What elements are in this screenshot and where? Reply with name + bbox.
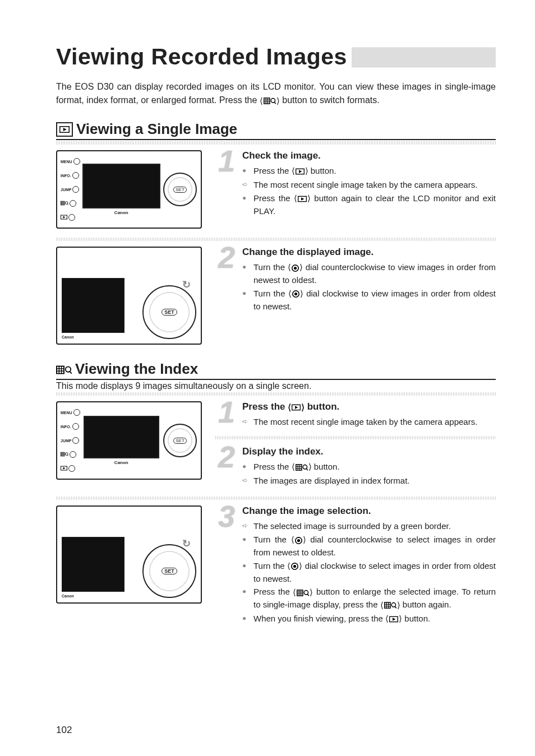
section-heading-text: Viewing the Index <box>75 360 198 378</box>
bullet-dot-icon: ● <box>242 287 250 313</box>
bullet-dot-icon: ● <box>242 613 250 625</box>
brand-label: Canon <box>114 210 128 215</box>
play-icon: ⟨⟩ <box>385 613 402 625</box>
dotted-rule <box>215 436 496 439</box>
section-heading-index: Viewing the Index <box>56 360 496 380</box>
intro-paragraph: The EOS D30 can display recorded images … <box>56 80 496 107</box>
bullet-dot-icon: ● <box>242 461 250 474</box>
index-magnify-icon: ⟨⟩ <box>260 95 280 108</box>
camera-illustration-index: MENU INFO. JUMP Canon <box>56 401 202 480</box>
title-fill-pattern <box>352 47 496 67</box>
bullet-arrow-icon: ➪ <box>242 520 250 532</box>
step-number-3: 3 <box>215 504 238 627</box>
quick-control-dial <box>163 424 197 457</box>
camera-illustration-dial: Canon SET ↻ <box>56 247 202 345</box>
lcd-index-grid <box>84 416 160 459</box>
quick-control-dial-large: SET ↻ <box>142 544 196 598</box>
intro-text-b: button to switch formats. <box>282 95 379 105</box>
bullet-arrow-icon: ➪ <box>242 475 250 487</box>
step-title: Press the ⟨⟩ button. <box>242 401 496 412</box>
step-title: Change the displayed image. <box>242 247 496 258</box>
rotate-arrow-icon: ↻ <box>182 537 191 550</box>
dial-icon: ⟨⟩ <box>288 262 303 274</box>
step-number-2: 2 <box>215 245 238 313</box>
page-number: 102 <box>56 725 72 736</box>
play-box-icon <box>56 122 73 137</box>
page-title-bar: Viewing Recorded Images <box>56 44 496 70</box>
bullet-arrow-icon: ➪ <box>242 179 250 191</box>
quick-control-dial-large: SET ↻ <box>142 285 196 339</box>
step-number-1: 1 <box>215 149 238 218</box>
dial-icon: ⟨⟩ <box>287 560 302 573</box>
index-magnify-icon: ⟨⟩ <box>380 600 400 612</box>
lcd-blank <box>62 537 124 592</box>
lcd-screen <box>82 164 161 209</box>
camera-illustration-dial: Canon SET ↻ <box>56 505 202 604</box>
play-icon: ⟨⟩ <box>292 165 308 178</box>
bullet-dot-icon: ● <box>242 586 250 611</box>
camera-illustration-single: MENU INFO. JUMP Canon <box>56 150 202 229</box>
lcd-blank <box>62 278 124 333</box>
dial-icon: ⟨⟩ <box>291 534 306 546</box>
step-title: Display the index. <box>242 446 496 457</box>
bullet-dot-icon: ● <box>242 261 250 286</box>
dotted-rule <box>56 238 496 241</box>
dotted-rule <box>56 392 496 396</box>
section-heading-single-image: Viewing a Single Image <box>56 120 496 140</box>
index-magnify-icon <box>56 360 72 378</box>
dotted-rule <box>56 141 496 145</box>
bullet-arrow-icon: ➪ <box>242 416 250 428</box>
bullet-dot-icon: ● <box>242 165 250 178</box>
step-title: Check the image. <box>242 150 496 161</box>
bullet-dot-icon: ● <box>242 192 250 217</box>
bullet-dot-icon: ● <box>242 560 250 585</box>
dotted-rule <box>56 497 496 500</box>
step-number-1: 1 <box>215 400 238 429</box>
step-number-2: 2 <box>215 445 238 488</box>
index-magnify-icon: ⟨⟩ <box>293 587 313 599</box>
section-description: This mode displays 9 images simultaneous… <box>56 381 496 391</box>
rotate-arrow-icon: ↻ <box>182 279 191 291</box>
play-icon: ⟨⟩ <box>288 402 305 412</box>
index-magnify-icon: ⟨⟩ <box>292 461 312 474</box>
page-title: Viewing Recorded Images <box>56 44 347 70</box>
play-icon: ⟨⟩ <box>294 193 311 205</box>
dial-icon: ⟨⟩ <box>288 288 303 300</box>
section-heading-text: Viewing a Single Image <box>76 120 237 138</box>
step-title: Change the image selection. <box>242 505 496 517</box>
bullet-dot-icon: ● <box>242 534 250 559</box>
quick-control-dial <box>163 173 197 206</box>
